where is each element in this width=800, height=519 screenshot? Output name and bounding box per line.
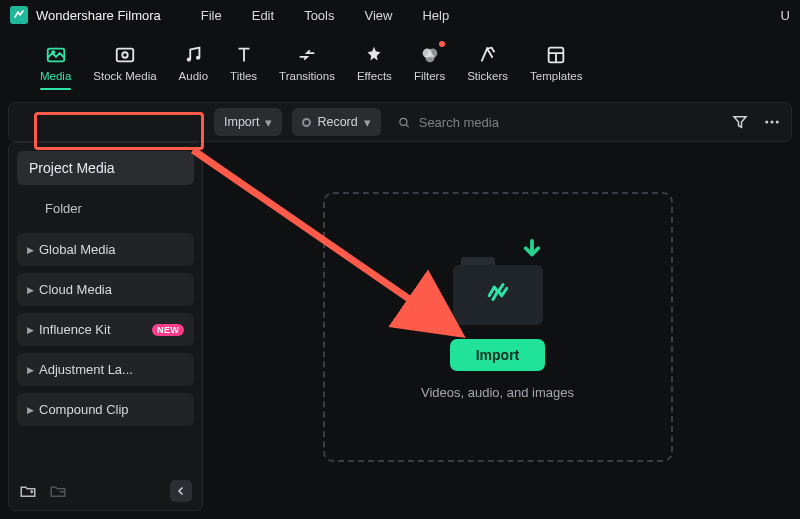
transitions-icon [296, 44, 318, 66]
import-dropdown-label: Import [224, 115, 259, 129]
chevron-left-icon [175, 485, 187, 497]
main-toolbar: Media Stock Media Audio Titles Transitio… [0, 30, 800, 96]
filter-settings-button[interactable] [731, 113, 749, 131]
tab-effects[interactable]: Effects [353, 42, 396, 84]
sidebar-item-label: Global Media [39, 242, 116, 257]
svg-point-2 [52, 51, 54, 53]
chevron-down-icon: ▾ [364, 115, 371, 130]
svg-point-9 [425, 53, 434, 62]
audio-icon [182, 44, 204, 66]
tab-audio[interactable]: Audio [175, 42, 212, 84]
more-options-button[interactable] [763, 113, 781, 131]
new-badge: NEW [152, 324, 184, 336]
effects-icon [363, 44, 385, 66]
import-button[interactable]: Import [450, 339, 546, 371]
collapse-sidebar-button[interactable] [170, 480, 192, 502]
sidebar-item-compound-clip[interactable]: ▶ Compound Clip [17, 393, 194, 426]
tab-label: Filters [414, 70, 445, 82]
tab-label: Stickers [467, 70, 508, 82]
svg-rect-0 [10, 6, 28, 24]
search-field[interactable] [391, 115, 721, 130]
sidebar-item-label: Adjustment La... [39, 362, 133, 377]
media-icon [45, 44, 67, 66]
svg-point-5 [187, 57, 191, 61]
folder-import-icon [453, 253, 543, 325]
caret-right-icon: ▶ [27, 325, 34, 335]
app-title: Wondershare Filmora [36, 8, 161, 23]
search-icon [397, 115, 411, 130]
search-input[interactable] [419, 115, 721, 130]
menu-help[interactable]: Help [422, 8, 449, 23]
caret-right-icon: ▶ [27, 245, 34, 255]
tab-transitions[interactable]: Transitions [275, 42, 339, 84]
tab-label: Audio [179, 70, 208, 82]
titles-icon [233, 44, 255, 66]
tab-label: Stock Media [93, 70, 156, 82]
menu-tools[interactable]: Tools [304, 8, 334, 23]
sidebar-item-influence-kit[interactable]: ▶ Influence Kit NEW [17, 313, 194, 346]
titlebar-right-char: U [781, 8, 790, 23]
svg-point-4 [122, 52, 128, 58]
caret-right-icon: ▶ [27, 285, 34, 295]
sidebar-item-label: Cloud Media [39, 282, 112, 297]
sidebar-item-label: Compound Clip [39, 402, 129, 417]
tab-filters[interactable]: Filters [410, 42, 449, 84]
sidebar-item-global-media[interactable]: ▶ Global Media [17, 233, 194, 266]
tab-stickers[interactable]: Stickers [463, 42, 512, 84]
svg-point-12 [765, 121, 768, 124]
svg-point-11 [400, 118, 407, 125]
svg-point-13 [771, 121, 774, 124]
record-dropdown[interactable]: Record ▾ [292, 108, 380, 136]
tab-media[interactable]: Media [36, 42, 75, 84]
svg-point-14 [776, 121, 779, 124]
dropzone-caption: Videos, audio, and images [421, 385, 574, 400]
tab-templates[interactable]: Templates [526, 42, 586, 84]
import-dropzone[interactable]: Import Videos, audio, and images [323, 192, 673, 462]
svg-rect-3 [117, 49, 134, 62]
sidebar-item-adjustment-layer[interactable]: ▶ Adjustment La... [17, 353, 194, 386]
menu-edit[interactable]: Edit [252, 8, 274, 23]
menu-view[interactable]: View [364, 8, 392, 23]
sidebar-item-label: Influence Kit [39, 322, 111, 337]
tab-label: Titles [230, 70, 257, 82]
record-dropdown-label: Record [317, 115, 357, 129]
new-folder-button[interactable] [19, 482, 37, 500]
sidebar-head-project-media[interactable]: Project Media [17, 151, 194, 185]
stickers-icon [477, 44, 499, 66]
templates-icon [545, 44, 567, 66]
sidebar-item-cloud-media[interactable]: ▶ Cloud Media [17, 273, 194, 306]
tab-label: Templates [530, 70, 582, 82]
notification-dot-icon [439, 41, 445, 47]
caret-right-icon: ▶ [27, 405, 34, 415]
tab-label: Effects [357, 70, 392, 82]
menu-file[interactable]: File [201, 8, 222, 23]
app-logo-icon [10, 6, 28, 24]
stock-media-icon [114, 44, 136, 66]
delete-folder-button[interactable] [49, 482, 67, 500]
tab-label: Transitions [279, 70, 335, 82]
tab-label: Media [40, 70, 71, 82]
filters-icon [419, 44, 441, 66]
chevron-down-icon: ▾ [265, 115, 272, 130]
tab-stock-media[interactable]: Stock Media [89, 42, 160, 84]
menubar: File Edit Tools View Help [201, 8, 449, 23]
record-icon [302, 118, 311, 127]
secondary-bar: Import ▾ Record ▾ [8, 102, 792, 142]
svg-point-6 [196, 56, 200, 60]
caret-right-icon: ▶ [27, 365, 34, 375]
sidebar-sub-folder[interactable]: Folder [17, 193, 194, 226]
import-dropdown[interactable]: Import ▾ [214, 108, 282, 136]
tab-titles[interactable]: Titles [226, 42, 261, 84]
sidebar: Project Media Folder ▶ Global Media ▶ Cl… [8, 142, 203, 511]
